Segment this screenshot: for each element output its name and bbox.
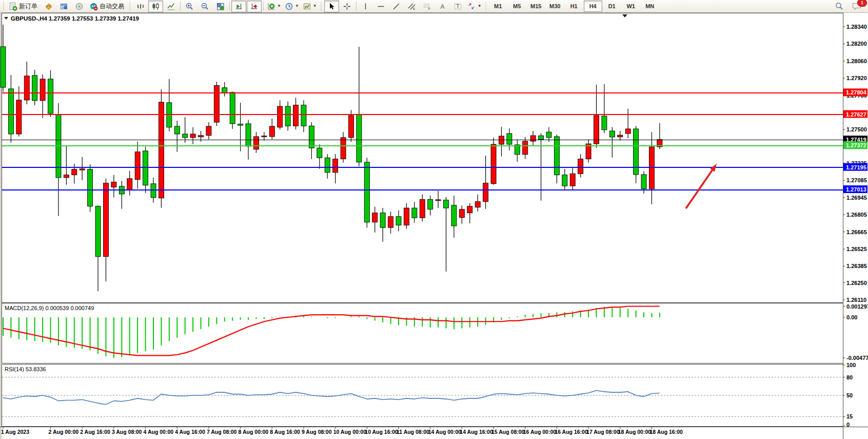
fibonacci-button[interactable]: F <box>420 1 435 12</box>
candle-bearish <box>285 106 290 126</box>
data-window-icon <box>60 2 68 11</box>
time-tick-label: 10 Aug 16:00 <box>365 429 398 435</box>
add-indicator-button[interactable]: ▼ <box>265 1 283 12</box>
market-watch-icon <box>44 2 53 11</box>
timeframe-button-H1[interactable]: H1 <box>565 1 583 12</box>
price-badge-label: 1.27804 <box>846 89 867 96</box>
candle-bearish <box>246 124 251 146</box>
time-tick-label: 4 Aug 16:00 <box>175 429 205 435</box>
candlestick-chart-button[interactable] <box>148 1 163 12</box>
candle-bearish <box>174 126 180 134</box>
equidistant-channel-button[interactable]: E <box>404 1 419 12</box>
candle-bearish <box>167 103 172 127</box>
arrows-button[interactable]: ▼ <box>466 1 483 12</box>
timeframe-button-D1[interactable]: D1 <box>603 1 621 12</box>
horizontal-line-button[interactable] <box>373 1 388 12</box>
candlestick-chart-icon <box>151 2 160 11</box>
candle-bullish <box>269 126 274 137</box>
auto-scroll-icon <box>234 2 243 11</box>
data-window-button[interactable] <box>56 1 71 12</box>
tile-windows-button[interactable] <box>213 1 228 12</box>
cursor-button[interactable] <box>324 1 339 12</box>
timeframe-button-M30[interactable]: M30 <box>546 1 564 12</box>
rsi-axis-label: 50 <box>846 392 853 398</box>
price-tick-label: 1.26385 <box>846 263 867 269</box>
time-tick-label: 16 Aug 16:00 <box>555 429 588 435</box>
timeframe-button-M5[interactable]: M5 <box>508 1 526 12</box>
chart-shift-button[interactable] <box>247 1 262 12</box>
svg-text:F: F <box>428 7 430 10</box>
vertical-line-button[interactable] <box>358 1 373 12</box>
rsi-label: RSI(14) 53.8336 <box>5 366 46 372</box>
candle-bullish <box>111 182 116 187</box>
candle-bullish <box>570 174 575 186</box>
candle-bullish <box>420 199 425 218</box>
chart-window[interactable]: 1.283401.282001.280601.279201.277801.275… <box>0 13 868 439</box>
candle-bearish <box>230 92 235 124</box>
fibonacci-icon: F <box>423 2 431 11</box>
candle-bullish <box>341 138 346 159</box>
line-chart-button[interactable] <box>164 1 179 12</box>
chart-canvas[interactable]: 1.283401.282001.280601.279201.277801.275… <box>0 13 868 439</box>
time-tick-label: 18 Aug 16:00 <box>649 429 683 435</box>
trendline-button[interactable] <box>389 1 404 12</box>
auto-trading-button[interactable]: 自动交易 <box>87 1 127 12</box>
timeframe-group: M1M5M15M30H1H4D1W1MN <box>489 1 659 12</box>
candle-bullish <box>475 202 480 207</box>
candle-bullish <box>127 179 132 190</box>
candle-bullish <box>404 208 409 225</box>
svg-text:E: E <box>413 7 415 10</box>
timeframe-button-W1[interactable]: W1 <box>622 1 640 12</box>
timeframe-button-M1[interactable]: M1 <box>489 1 507 12</box>
timeframe-button-M15[interactable]: M15 <box>527 1 545 12</box>
text-button[interactable]: A <box>435 1 450 12</box>
zoom-in-button[interactable] <box>182 1 197 12</box>
market-watch-button[interactable] <box>41 1 56 12</box>
auto-scroll-button[interactable] <box>231 1 246 12</box>
zoom-out-button[interactable] <box>198 1 212 12</box>
notification-badge: 1 <box>857 0 867 7</box>
new-order-button[interactable]: 新订单 <box>7 1 41 12</box>
macd-axis-label: 0.00 <box>846 314 857 320</box>
price-tick-label: 1.26665 <box>846 229 867 235</box>
svg-text:A: A <box>440 3 444 10</box>
candle-bullish <box>649 147 654 189</box>
candle-bullish <box>16 100 22 134</box>
text-label-button[interactable]: T <box>450 1 465 12</box>
main-toolbar: 新订单 自动交易 ▼ ▼ <box>0 0 868 13</box>
candle-bearish <box>364 162 369 222</box>
time-tick-label: 2 Aug 16:00 <box>80 429 110 435</box>
candle-bearish <box>515 145 520 155</box>
candle-bullish <box>467 206 472 213</box>
toolbar-grip[interactable] <box>3 2 5 11</box>
candle-bearish <box>32 75 37 101</box>
candle-bullish <box>262 136 267 137</box>
crosshair-button[interactable] <box>340 1 354 12</box>
time-tick-label: 9 Aug 08:00 <box>302 429 332 435</box>
timeframe-button-MN[interactable]: MN <box>641 1 659 12</box>
candle-bearish <box>539 136 544 139</box>
candle-bullish <box>459 209 464 218</box>
rsi-axis-label: 15 <box>846 413 853 419</box>
templates-button[interactable]: ▼ <box>301 1 319 12</box>
navigator-button[interactable] <box>72 1 87 12</box>
cursor-icon <box>327 2 336 11</box>
timeframe-button-H4[interactable]: H4 <box>584 1 602 12</box>
arrows-icon <box>467 2 476 11</box>
candle-bullish <box>103 183 108 257</box>
candle-bullish <box>348 116 353 138</box>
toolbar-grip[interactable] <box>129 2 131 11</box>
candle-bearish <box>222 88 227 93</box>
macd-axis-label: -0.004777 <box>846 355 868 361</box>
toolbar-grip[interactable] <box>320 2 323 11</box>
periods-button[interactable]: ▼ <box>283 1 301 12</box>
toolbar-grip[interactable] <box>485 2 487 11</box>
candle-bullish <box>586 144 591 159</box>
time-tick-label: 8 Aug 16:00 <box>270 429 300 435</box>
notifications-button[interactable]: 1 <box>850 1 864 12</box>
candle-bullish <box>293 105 299 126</box>
candle-bullish <box>72 169 77 175</box>
candle-bullish <box>523 141 528 155</box>
search-button[interactable] <box>832 1 846 12</box>
bar-chart-button[interactable] <box>133 1 148 12</box>
